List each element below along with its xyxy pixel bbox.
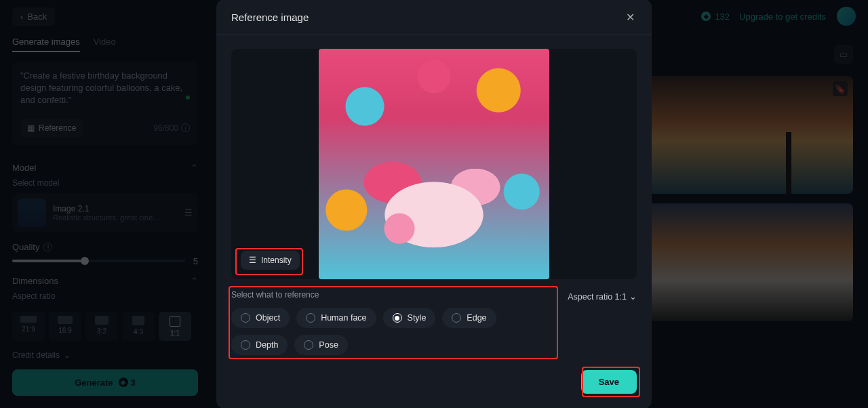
select-reference-label: Select what to reference [231,290,555,300]
close-button[interactable]: ✕ [623,10,637,24]
sliders-icon: ☰ [249,256,256,265]
ref-option-label: Pose [319,340,338,350]
modal-overlay: Reference image ✕ ☰ Intensity Select wha… [0,0,868,408]
save-button[interactable]: Save [581,370,637,394]
radio-icon [393,313,402,323]
intensity-button[interactable]: ☰ Intensity [241,251,300,270]
modal-title: Reference image [231,12,309,23]
reference-image-modal: Reference image ✕ ☰ Intensity Select wha… [216,0,652,408]
ref-option-object[interactable]: Object [231,308,290,328]
radio-icon [452,313,461,323]
ref-option-label: Style [408,313,427,323]
radio-icon [241,313,250,323]
ref-option-depth[interactable]: Depth [231,335,288,355]
radio-icon [304,340,313,350]
ref-option-label: Human face [321,313,366,323]
radio-icon [241,340,250,350]
preview-area: ☰ Intensity [231,49,637,279]
ref-option-edge[interactable]: Edge [442,308,496,328]
ref-option-label: Edge [467,313,486,323]
reference-preview-image [319,49,549,279]
close-icon: ✕ [626,11,635,24]
ref-option-style[interactable]: Style [383,308,436,328]
ref-option-label: Depth [256,340,278,350]
ref-option-pose[interactable]: Pose [294,335,348,355]
radio-icon [306,313,315,323]
aspect-ratio-info[interactable]: Aspect ratio 1:1 ⌄ [568,290,637,302]
ref-option-label: Object [256,313,280,323]
ref-option-human-face[interactable]: Human face [296,308,376,328]
chevron-down-icon: ⌄ [629,291,637,302]
intensity-label: Intensity [261,256,292,265]
